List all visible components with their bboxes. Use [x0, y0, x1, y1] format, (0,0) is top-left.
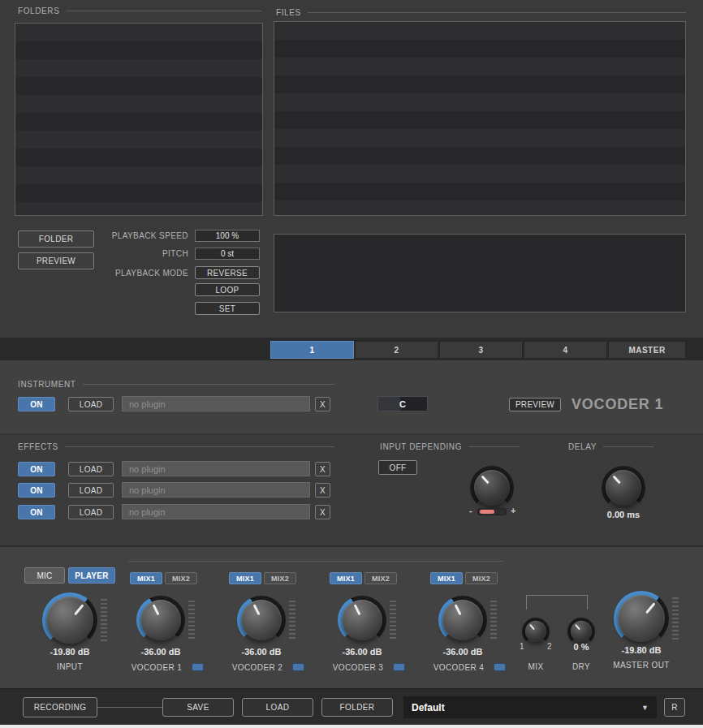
- master-out-knob[interactable]: [614, 591, 669, 646]
- vocoder3-active-chip[interactable]: [393, 663, 405, 671]
- recording-connector: [97, 707, 162, 708]
- vocoder3-level-meter: [390, 601, 396, 640]
- preset-dropdown[interactable]: Default ▼: [403, 696, 657, 718]
- effect3-on-button[interactable]: ON: [18, 505, 55, 519]
- folders-section-label: FOLDERS: [18, 6, 261, 15]
- master-value: -19.80 dB: [609, 645, 674, 655]
- preview-button[interactable]: PREVIEW: [18, 252, 94, 269]
- mix-knob[interactable]: [522, 618, 550, 645]
- loop-button[interactable]: LOOP: [195, 283, 260, 296]
- files-rule: [308, 12, 686, 13]
- knob-pointer: [467, 463, 517, 513]
- folder-button[interactable]: FOLDER: [18, 230, 94, 248]
- playback-speed-value[interactable]: 100 %: [195, 230, 260, 242]
- effect2-plugin-field[interactable]: no plugin: [122, 482, 310, 498]
- input-depending-off-button[interactable]: OFF: [378, 460, 417, 475]
- delay-knob[interactable]: [602, 466, 645, 510]
- mix-dry-bracket: [526, 595, 588, 610]
- vocoder3-value: -36.00 dB: [330, 647, 395, 657]
- playback-speed-label: PLAYBACK SPEED: [88, 231, 188, 240]
- vocoder2-active-chip[interactable]: [292, 663, 304, 671]
- effect3-clear-button[interactable]: X: [315, 505, 330, 519]
- set-button[interactable]: SET: [195, 302, 260, 315]
- folders-list[interactable]: [15, 23, 263, 216]
- tab-1[interactable]: 1: [270, 341, 354, 359]
- load-button[interactable]: LOAD: [242, 698, 313, 717]
- effect3-load-button[interactable]: LOAD: [68, 505, 114, 519]
- vocoder2-knob[interactable]: [237, 596, 286, 644]
- browser-section: FOLDERS FILES FOLDER PREVIEW PLAYBACK SP…: [0, 0, 703, 338]
- input-depending-rule: [468, 446, 520, 447]
- vocoder1-mix2-button[interactable]: MIX2: [165, 572, 197, 584]
- knob-pointer: [37, 587, 103, 653]
- effect1-plugin-field[interactable]: no plugin: [122, 461, 310, 476]
- playback-mode-label: PLAYBACK MODE: [88, 269, 188, 278]
- vocoder3-mix2-button[interactable]: MIX2: [364, 572, 397, 584]
- input-depending-knob[interactable]: [470, 466, 514, 510]
- save-button[interactable]: SAVE: [162, 698, 234, 717]
- delay-label: DELAY: [568, 442, 597, 451]
- note-display[interactable]: C: [377, 396, 428, 411]
- vocoder4-active-chip[interactable]: [494, 663, 506, 671]
- window-bottom-edge: [0, 725, 703, 728]
- master-level-meter: [672, 597, 679, 640]
- instrument-clear-button[interactable]: X: [315, 397, 330, 411]
- instrument-section-label: INSTRUMENT: [18, 380, 334, 389]
- effects-section-label: EFFECTS: [18, 442, 334, 451]
- reset-button[interactable]: R: [664, 698, 685, 717]
- vocoder1-level-meter: [188, 601, 195, 640]
- instrument-preview-button[interactable]: PREVIEW: [509, 398, 561, 411]
- mix-left-label: 1: [516, 642, 528, 651]
- vocoder1-knob[interactable]: [136, 596, 185, 644]
- tab-2[interactable]: 2: [355, 341, 438, 359]
- vocoder4-mix1-button[interactable]: MIX1: [430, 572, 463, 584]
- dry-knob[interactable]: [567, 618, 595, 645]
- master-channel-label: MASTER OUT: [601, 661, 682, 670]
- vocoder1-value: -36.00 dB: [128, 647, 193, 657]
- input-channel-label: INPUT: [29, 662, 110, 671]
- tab-3[interactable]: 3: [439, 341, 523, 359]
- tab-4[interactable]: 4: [524, 341, 607, 359]
- reverse-button[interactable]: REVERSE: [195, 266, 260, 279]
- effect2-clear-button[interactable]: X: [315, 483, 330, 498]
- vocoder2-mix1-button[interactable]: MIX1: [229, 572, 261, 584]
- knob-pointer: [435, 592, 490, 647]
- pitch-value[interactable]: 0 st: [195, 248, 260, 260]
- input-knob[interactable]: [42, 592, 97, 648]
- depend-minus-label: -: [469, 506, 472, 515]
- vocoder4-value: -36.00 dB: [430, 647, 495, 657]
- instrument-rule: [83, 384, 334, 385]
- vocoder4-mix2-button[interactable]: MIX2: [465, 572, 498, 584]
- effect1-load-button[interactable]: LOAD: [68, 462, 114, 476]
- vocoder4-knob[interactable]: [438, 596, 487, 644]
- mix-right-label: 2: [544, 642, 555, 651]
- files-section-label: FILES: [276, 8, 686, 17]
- instrument-on-button[interactable]: ON: [18, 397, 55, 411]
- effect1-on-button[interactable]: ON: [18, 462, 55, 476]
- vocoder3-knob[interactable]: [338, 596, 386, 644]
- mixer-rule: [128, 561, 503, 562]
- vocoder2-mix2-button[interactable]: MIX2: [264, 572, 296, 584]
- files-list[interactable]: [274, 21, 686, 216]
- vocoder1-channel-label: VOCODER 1: [112, 663, 201, 672]
- vocoder3-channel-label: VOCODER 3: [313, 663, 403, 672]
- effect2-on-button[interactable]: ON: [18, 483, 55, 498]
- tab-master[interactable]: MASTER: [608, 341, 686, 359]
- effect1-clear-button[interactable]: X: [315, 462, 330, 476]
- knob-pointer: [608, 585, 675, 652]
- vocoder3-mix1-button[interactable]: MIX1: [330, 572, 362, 584]
- instrument-label: INSTRUMENT: [18, 380, 76, 389]
- instrument-plugin-field[interactable]: no plugin: [122, 396, 310, 411]
- vocoder1-active-chip[interactable]: [192, 663, 204, 671]
- instrument-load-button[interactable]: LOAD: [68, 397, 114, 411]
- recording-button[interactable]: RECORDING: [23, 697, 97, 717]
- effect3-plugin-field[interactable]: no plugin: [122, 504, 310, 519]
- effects-rule: [65, 446, 334, 447]
- depend-range-slider[interactable]: [477, 508, 507, 515]
- mic-button[interactable]: MIC: [24, 567, 65, 584]
- folder-preset-button[interactable]: FOLDER: [321, 698, 393, 717]
- player-button[interactable]: PLAYER: [68, 567, 115, 584]
- effect2-load-button[interactable]: LOAD: [68, 483, 114, 498]
- waveform-display[interactable]: [274, 234, 686, 312]
- vocoder1-mix1-button[interactable]: MIX1: [130, 572, 162, 584]
